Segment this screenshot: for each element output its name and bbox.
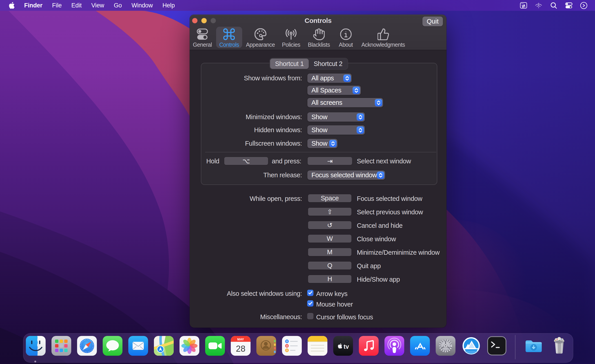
popup-value: All apps	[307, 75, 343, 82]
menu-window[interactable]: Window	[127, 0, 158, 11]
dock-notes-icon[interactable]	[308, 336, 327, 356]
control-center-icon[interactable]	[565, 2, 573, 9]
popup-value: Focus selected window	[307, 172, 377, 179]
menu-file[interactable]: File	[47, 0, 66, 11]
key-m[interactable]: M	[308, 248, 351, 256]
arrow-keys-checkbox[interactable]	[307, 290, 313, 296]
while-open-label: While open, press:	[250, 195, 302, 202]
palette-icon	[254, 27, 266, 41]
dock-music-icon[interactable]	[359, 336, 379, 356]
popup-stepper-icon	[329, 140, 337, 147]
hidden-windows-popup[interactable]: Show	[307, 125, 365, 135]
dock-tv-icon[interactable]: tv	[333, 336, 353, 356]
search-icon[interactable]	[550, 2, 558, 9]
hand-raised-icon	[313, 27, 325, 41]
key-q[interactable]: Q	[308, 262, 351, 269]
menu-edit[interactable]: Edit	[66, 0, 86, 11]
key-w[interactable]: W	[308, 235, 351, 243]
dock-podcasts-icon[interactable]	[384, 336, 404, 356]
shortcut-tabs: Shortcut 1 Shortcut 2	[270, 58, 348, 69]
dock-finder-icon[interactable]	[26, 336, 46, 356]
command-icon	[223, 27, 235, 41]
toolbar-tab-appearance[interactable]: Appearance	[243, 27, 278, 48]
dock-system-preferences-icon[interactable]	[436, 336, 455, 356]
screens-popup[interactable]: All screens	[307, 98, 383, 107]
dock-contacts-icon[interactable]	[256, 336, 276, 356]
minimized-windows-label: Minimized windows:	[246, 113, 302, 121]
key-shift[interactable]: ⇧	[308, 208, 351, 216]
press-key-recorder[interactable]: ⇥	[308, 157, 352, 165]
cursor-follows-label: Cursor follows focus	[316, 314, 373, 321]
dock-safari-icon[interactable]	[77, 336, 97, 356]
apple-menu-icon[interactable]	[9, 1, 16, 9]
key-h[interactable]: H	[308, 275, 351, 283]
toolbar-tab-blacklists[interactable]: Blacklists	[305, 27, 333, 48]
preferences-toolbar: General Controls	[190, 14, 446, 50]
cursor-follows-checkbox[interactable]	[307, 313, 313, 319]
info-circle-icon	[340, 27, 352, 41]
dock-messages-icon[interactable]	[103, 336, 122, 356]
switches-icon	[197, 27, 208, 41]
hold-key-recorder[interactable]: ⌥	[224, 157, 268, 165]
menu-help[interactable]: Help	[157, 0, 179, 11]
show-windows-from-popup[interactable]: All apps	[307, 74, 352, 83]
toolbar-tab-acknowledgments[interactable]: Acknowledgments	[358, 27, 408, 48]
menu-view[interactable]: View	[86, 0, 109, 11]
dock-reminders-icon[interactable]	[282, 336, 302, 356]
menu-go[interactable]: Go	[109, 0, 127, 11]
action-minimize: Minimize/Deminimize window	[357, 249, 439, 256]
dock-separator	[515, 335, 516, 359]
shell-prompt-icon[interactable]	[580, 2, 588, 9]
minimized-windows-popup[interactable]: Show	[307, 112, 365, 122]
popup-value: All Spaces	[307, 87, 353, 94]
calendar-day-label: 28	[236, 344, 245, 353]
alttab-preferences-window: Controls Quit General	[190, 14, 446, 328]
menu-app-name[interactable]: Finder	[19, 0, 47, 11]
dock-app-store-icon[interactable]	[410, 336, 430, 356]
dock-facetime-icon[interactable]	[205, 336, 225, 356]
fullscreen-windows-label: Fullscreen windows:	[245, 140, 302, 147]
then-release-popup[interactable]: Focus selected window	[307, 171, 385, 180]
dock-alttab-icon[interactable]	[461, 336, 481, 356]
dock-running-indicator	[34, 361, 36, 362]
screen-mirroring-icon[interactable]	[520, 2, 527, 9]
fullscreen-windows-popup[interactable]: Show	[307, 139, 338, 148]
menu-bar: Finder File Edit View Go Window Help	[0, 0, 595, 11]
action-quit-app: Quit app	[357, 262, 381, 270]
key-space[interactable]: Space	[308, 194, 351, 202]
tab-shortcut-1[interactable]: Shortcut 1	[270, 59, 309, 69]
spaces-popup[interactable]: All Spaces	[307, 86, 361, 95]
action-select-previous: Select previous window	[357, 208, 423, 216]
tab-shortcut-2[interactable]: Shortcut 2	[309, 59, 347, 69]
toolbar-tab-general[interactable]: General	[190, 27, 215, 48]
title-bar[interactable]: Controls Quit General	[190, 14, 446, 50]
dock-maps-icon[interactable]	[154, 336, 174, 356]
desktop: Finder File Edit View Go Window Help	[0, 0, 595, 364]
also-select-label: Also select windows using:	[227, 290, 302, 297]
popup-stepper-icon	[375, 99, 382, 106]
action-cancel-hide: Cancel and hide	[357, 222, 403, 229]
dock-downloads-folder-icon[interactable]	[524, 336, 544, 356]
dock-photos-icon[interactable]	[179, 336, 199, 356]
status-icons	[520, 2, 595, 9]
popup-stepper-icon	[343, 75, 351, 82]
popup-stepper-icon	[357, 126, 364, 134]
action-close-window: Close window	[357, 235, 396, 243]
toolbar-tab-controls[interactable]: Controls	[216, 27, 242, 48]
wifi-warning-icon[interactable]	[535, 2, 542, 9]
dock-terminal-icon[interactable]	[487, 336, 507, 356]
dock-calendar-icon[interactable]: MAY 28	[231, 336, 251, 356]
popup-value: All screens	[307, 99, 375, 106]
key-escape[interactable]: ↺	[308, 221, 351, 229]
mouse-hover-checkbox[interactable]	[307, 300, 313, 307]
toolbar-tab-about[interactable]: About	[336, 27, 356, 48]
dock-mail-icon[interactable]	[128, 336, 148, 356]
popup-value: Show	[307, 126, 357, 134]
dock-trash-icon[interactable]	[549, 336, 569, 356]
popup-value: Show	[307, 140, 329, 147]
antenna-icon	[285, 27, 297, 41]
dock-launchpad-icon[interactable]	[51, 336, 71, 356]
toolbar-tab-policies[interactable]: Policies	[279, 27, 303, 48]
mouse-hover-label: Mouse hover	[316, 301, 353, 308]
miscellaneous-label: Miscellaneous:	[260, 313, 302, 321]
